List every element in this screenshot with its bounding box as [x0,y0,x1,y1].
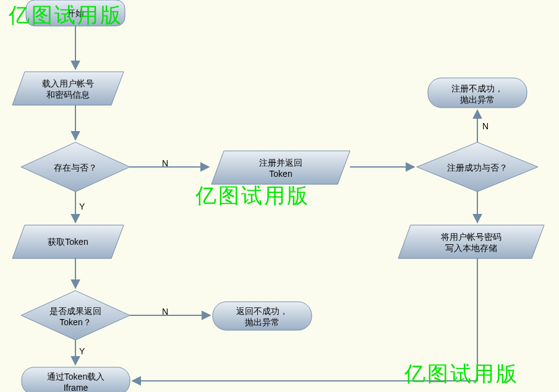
node-start [26,0,125,26]
node-register [211,151,350,184]
edge-label-exists-n: N [162,158,168,168]
node-token-ok [21,291,130,340]
flowchart-svg [0,0,559,392]
node-load-user [12,72,124,105]
node-return-fail [213,302,312,330]
node-reg-success [417,142,538,192]
edge-label-regsuccess-n: N [482,121,489,131]
node-exists [21,142,130,192]
flowchart-canvas: 亿图试用版 亿图试用版 亿图试用版 [0,0,559,392]
edge-label-tokenok-n: N [162,307,168,317]
node-iframe [22,367,130,392]
node-save [398,225,544,258]
edge-label-tokenok-y: Y [79,346,85,356]
node-get-token [12,225,124,258]
edge-label-exists-y: Y [79,202,85,211]
node-reg-fail [428,78,527,108]
